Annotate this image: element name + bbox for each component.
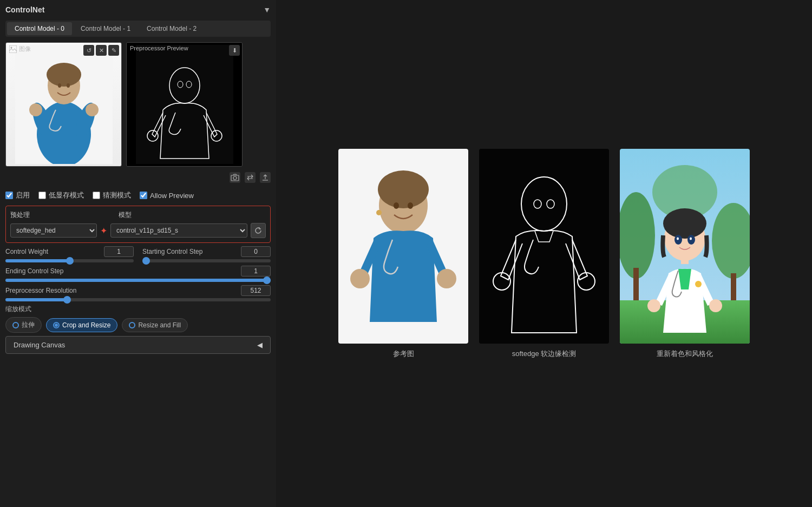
svg-point-26: [437, 269, 456, 288]
svg-rect-39: [633, 268, 639, 300]
output-col-2: 重新着色和风格化: [620, 149, 750, 359]
tab-control-model-2[interactable]: Control Model - 2: [139, 22, 204, 35]
control-weight-input[interactable]: [5, 259, 134, 262]
output-col-0: 参考图: [338, 149, 468, 359]
svg-point-45: [663, 208, 706, 239]
svg-rect-0: [9, 45, 17, 53]
output-label-0: 参考图: [393, 349, 414, 359]
control-weight-header: Control Weight 1: [5, 246, 134, 257]
output-label-2: 重新着色和风格化: [657, 349, 713, 359]
crop-resize-radio-dot: [53, 322, 60, 328]
svg-rect-40: [731, 273, 736, 300]
svg-point-5: [47, 63, 81, 87]
preview-image-label: Preprocessor Preview: [130, 45, 188, 51]
stretch-radio-dot: [12, 322, 19, 328]
ending-step-input[interactable]: [5, 279, 271, 282]
preprocessor-select[interactable]: softedge_hed: [10, 223, 97, 238]
output-label-1: softedge 软边缘检测: [512, 349, 577, 359]
low-vram-checkbox[interactable]: 低显存模式: [38, 190, 84, 200]
image-icon: [9, 45, 17, 53]
nurse-photo-svg: [15, 45, 113, 164]
tab-control-model-0[interactable]: Control Model - 0: [7, 22, 72, 35]
enable-checkbox[interactable]: 启用: [5, 190, 30, 200]
output-image-1: [479, 149, 609, 344]
two-sliders-row: Control Weight 1 Starting Control Step 0: [5, 246, 271, 262]
preprocessor-res-header: Preprocessor Resolution 512: [5, 285, 271, 296]
edge-detection-svg: [479, 149, 609, 344]
svg-point-24: [408, 202, 413, 209]
scale-mode-section: 缩放模式 拉伸 Crop and Resize Resize and Fill: [5, 305, 271, 333]
pm-labels: 预处理 模型: [10, 210, 266, 220]
panel-header: ControlNet ▼: [5, 5, 271, 14]
svg-rect-12: [136, 45, 233, 164]
input-image-controls: ↺ ✕ ✎: [83, 45, 119, 56]
sketch-svg: [136, 45, 233, 164]
svg-rect-28: [479, 149, 609, 344]
edit-input-button[interactable]: ✎: [108, 45, 119, 56]
output-col-1: softedge 软边缘检测: [479, 149, 609, 359]
swap-icon: [246, 173, 254, 182]
pm-selects: softedge_hed ✦ control_v11p_sd15_s: [10, 223, 266, 238]
control-weight-slider: Control Weight 1: [5, 246, 134, 262]
preview-image-controls: ⬇: [229, 45, 240, 56]
svg-point-50: [695, 281, 702, 287]
allow-preview-checkbox[interactable]: Allow Preview: [140, 192, 194, 200]
input-image-box: 图像 ↺ ✕ ✎: [5, 42, 122, 167]
preview-image-content: [127, 43, 242, 166]
download-preview-button[interactable]: ⬇: [229, 45, 240, 56]
upload-button[interactable]: [260, 172, 271, 183]
tab-control-model-1[interactable]: Control Model - 1: [73, 22, 138, 35]
svg-point-41: [647, 299, 660, 312]
toolbar: [5, 170, 271, 185]
svg-point-10: [29, 103, 42, 116]
guess-mode-checkbox[interactable]: 猜测模式: [93, 190, 131, 200]
tab-bar: Control Model - 0 Control Model - 1 Cont…: [5, 21, 271, 37]
output-image-0: [338, 149, 468, 344]
output-image-2: [620, 149, 750, 344]
svg-point-23: [394, 202, 399, 209]
refresh-input-button[interactable]: ↺: [83, 45, 94, 56]
right-panel: 参考图: [276, 0, 812, 507]
panel-title: ControlNet: [5, 5, 44, 14]
checkboxes-row: 启用 低显存模式 猜测模式 Allow Preview: [5, 188, 271, 202]
left-panel: ControlNet ▼ Control Model - 0 Control M…: [0, 0, 276, 507]
svg-point-19: [233, 176, 237, 180]
reference-image-svg: [338, 149, 468, 344]
starting-step-header: Starting Control Step 0: [142, 246, 271, 257]
starting-step-slider: Starting Control Step 0: [142, 246, 271, 262]
collapse-button[interactable]: ▼: [263, 5, 271, 14]
svg-point-11: [86, 103, 99, 116]
stretch-radio[interactable]: 拉伸: [5, 317, 42, 333]
preprocessor-resolution-slider: Preprocessor Resolution 512: [5, 285, 271, 301]
anime-svg: [620, 149, 750, 344]
preview-image-box: Preprocessor Preview ⬇: [126, 42, 243, 167]
input-image-label: 图像: [9, 45, 31, 53]
crop-resize-radio[interactable]: Crop and Resize: [46, 318, 117, 332]
ending-step-slider: Ending Control Step 1: [5, 266, 271, 282]
input-image-content: [6, 43, 121, 166]
model-select[interactable]: control_v11p_sd15_s: [110, 223, 247, 238]
close-input-button[interactable]: ✕: [96, 45, 107, 56]
resize-fill-radio-dot: [129, 322, 135, 328]
preprocessor-model-section: 预处理 模型 softedge_hed ✦ control_v11p_sd15_…: [5, 206, 271, 243]
preprocessor-resolution-input[interactable]: [5, 298, 271, 301]
reload-model-button[interactable]: [251, 223, 266, 238]
camera-icon: [231, 173, 239, 182]
reload-icon: [254, 227, 262, 234]
svg-point-49: [690, 237, 692, 240]
drawing-canvas-button[interactable]: Drawing Canvas ◀: [5, 336, 271, 354]
swap-button[interactable]: [245, 172, 256, 183]
resize-fill-radio[interactable]: Resize and Fill: [122, 318, 188, 332]
upload-icon: [261, 173, 270, 182]
svg-point-6: [58, 83, 61, 88]
svg-point-1: [11, 47, 12, 48]
scale-mode-buttons: 拉伸 Crop and Resize Resize and Fill: [5, 317, 271, 333]
svg-point-27: [376, 210, 382, 215]
svg-point-48: [677, 237, 679, 240]
ending-step-header: Ending Control Step 1: [5, 266, 271, 276]
starting-step-input[interactable]: [142, 259, 271, 262]
output-images: 参考图: [338, 149, 750, 359]
star-button[interactable]: ✦: [100, 226, 107, 236]
camera-button[interactable]: [230, 172, 240, 183]
svg-point-42: [709, 299, 722, 312]
